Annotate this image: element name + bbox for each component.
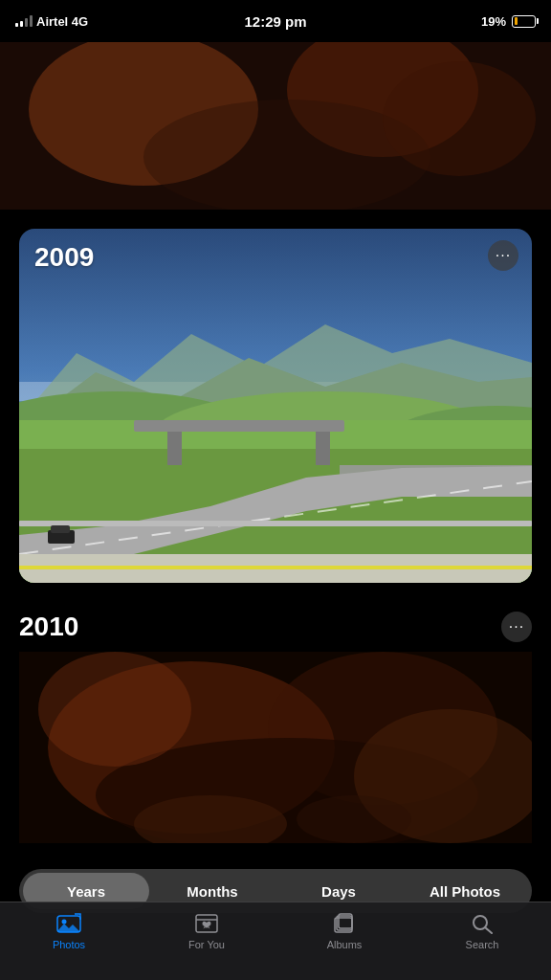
svg-line-44 <box>485 927 492 933</box>
year-2009-photo <box>19 229 532 583</box>
battery-icon <box>512 15 536 28</box>
albums-icon <box>331 912 358 935</box>
tab-bar: Photos For You Albums <box>0 902 551 980</box>
carrier-signal: Airtel 4G <box>15 14 88 29</box>
svg-point-5 <box>383 61 536 176</box>
svg-rect-15 <box>134 420 344 432</box>
year-section-2010: 2010 ··· <box>0 602 551 843</box>
battery-area: 19% <box>481 14 536 29</box>
tab-albums-label: Albums <box>327 939 363 950</box>
carrier-label: Airtel 4G <box>36 14 88 29</box>
more-dots-2009: ··· <box>496 248 511 263</box>
year-card-2009: 2009 ··· <box>19 229 532 583</box>
year-2010-header: 2010 ··· <box>19 612 532 642</box>
tab-search[interactable]: Search <box>413 912 551 950</box>
status-bar: Airtel 4G 12:29 pm 19% <box>0 0 551 42</box>
svg-rect-16 <box>167 432 182 465</box>
tab-photos[interactable]: Photos <box>0 912 138 950</box>
svg-point-30 <box>38 652 191 767</box>
tab-photos-label: Photos <box>53 939 85 950</box>
time-label: 12:29 pm <box>244 13 306 30</box>
tab-for-you-label: For You <box>188 939 225 950</box>
svg-rect-21 <box>19 521 532 526</box>
main-content: 2009 ··· 2010 ··· <box>0 42 551 865</box>
svg-rect-25 <box>19 566 532 569</box>
svg-point-35 <box>62 920 67 924</box>
svg-rect-23 <box>51 525 70 533</box>
svg-point-33 <box>297 795 411 843</box>
svg-marker-36 <box>57 924 80 932</box>
year-2010-label: 2010 <box>19 612 78 642</box>
for-you-icon <box>193 912 220 935</box>
more-dots-2010: ··· <box>509 619 524 635</box>
search-icon <box>469 912 496 935</box>
tab-albums[interactable]: Albums <box>276 912 413 950</box>
tab-search-label: Search <box>466 939 499 950</box>
year-2010-photo <box>19 652 532 843</box>
tab-for-you[interactable]: For You <box>138 912 276 950</box>
more-button-2009[interactable]: ··· <box>488 240 518 271</box>
photos-icon <box>55 912 82 935</box>
battery-percent: 19% <box>481 14 506 29</box>
top-photo-strip <box>0 42 551 210</box>
svg-rect-17 <box>316 432 330 465</box>
year-2009-label: 2009 <box>34 242 94 273</box>
more-button-2010[interactable]: ··· <box>501 612 532 642</box>
signal-icon <box>15 15 33 27</box>
